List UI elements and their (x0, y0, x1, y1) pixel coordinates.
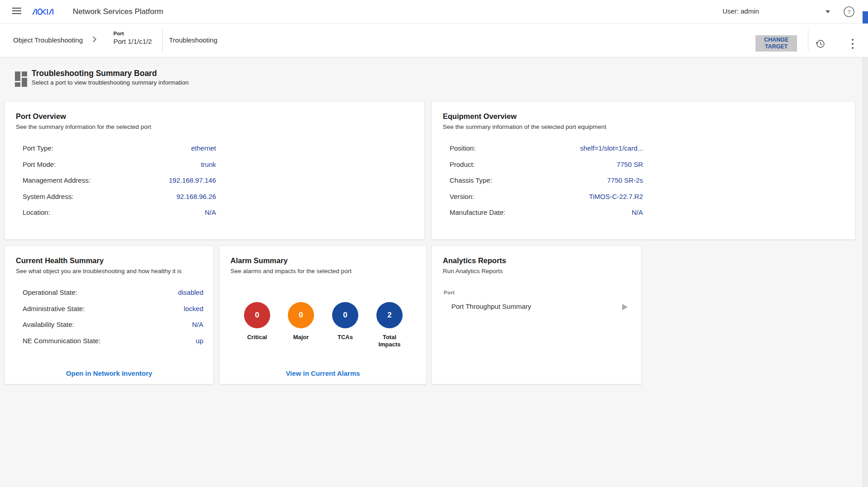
dashboard-icon (15, 71, 28, 87)
equipment-overview-rows: Position:shelf=1/slot=1/card... Product:… (450, 140, 643, 221)
table-row: Location:N/A (23, 204, 216, 221)
view-in-current-alarms-link[interactable]: View in Current Alarms (220, 369, 426, 377)
counter-label: Critical (237, 334, 277, 341)
nokia-logo (32, 8, 56, 16)
major-count-badge[interactable]: 0 (288, 302, 314, 328)
help-icon[interactable]: ? (843, 6, 855, 18)
alarm-counter-major: 0 Major (281, 302, 321, 341)
breadcrumb-bar: Object Troubleshooting Port Port 1/1/c1/… (0, 24, 868, 57)
row-label: Location: (23, 208, 50, 216)
toolbar-divider (808, 29, 808, 52)
row-value: trunk (201, 161, 216, 168)
card-title: Alarm Summary (230, 256, 288, 265)
run-report-play-icon[interactable] (622, 304, 628, 310)
app-title: Network Services Platform (73, 7, 163, 16)
total-impacts-count-badge[interactable]: 2 (376, 302, 403, 328)
card-subtitle: See what object you are troubleshooting … (16, 268, 182, 274)
alarm-summary-card: Alarm Summary See alarms and impacts for… (219, 246, 427, 384)
card-title: Port Overview (16, 112, 66, 121)
card-subtitle: See alarms and impacts for the selected … (230, 268, 352, 274)
target-type-label: Port (113, 30, 152, 37)
counter-label: Total Impacts (376, 334, 403, 348)
target-name-label: Port 1/1/c1/2 (113, 37, 152, 46)
current-health-rows: Operational State:disabled Administrativ… (23, 284, 203, 349)
alarm-counter-total-impacts: 2 Total Impacts (369, 302, 410, 348)
row-label: Manufacture Date: (450, 208, 505, 216)
scrollbar-track[interactable] (863, 57, 868, 487)
card-title: Equipment Overview (443, 112, 516, 121)
critical-count-badge[interactable]: 0 (244, 302, 270, 328)
change-target-button[interactable]: CHANGE TARGET (755, 35, 797, 52)
user-menu-caret-icon[interactable] (826, 10, 830, 13)
table-row: NE Communication State:up (23, 333, 203, 349)
table-row: Management Address:192.168.97.146 (23, 172, 216, 189)
port-overview-card: Port Overview See the summary informatio… (5, 101, 425, 240)
row-label: Chassis Type: (450, 176, 492, 184)
card-subtitle: See the summary information for the sele… (16, 123, 151, 130)
row-label: Position: (450, 144, 476, 152)
row-label: Operational State: (23, 288, 77, 296)
alarm-counter-tcas: 0 TCAs (325, 302, 366, 341)
breadcrumb-divider (162, 29, 163, 52)
row-value: locked (184, 305, 203, 312)
current-health-card: Current Health Summary See what object y… (5, 246, 214, 384)
table-row: Port Mode:trunk (23, 156, 216, 173)
table-row: Operational State:disabled (23, 284, 203, 301)
counter-label: TCAs (325, 334, 366, 341)
row-value: 92.168.96.26 (176, 193, 216, 200)
row-label: Administrative State: (23, 305, 85, 312)
alarm-counter-critical: 0 Critical (237, 302, 277, 341)
table-row: Port Type:ethernet (23, 140, 216, 156)
table-row: Chassis Type:7750 SR-2s (450, 172, 643, 189)
report-row[interactable]: Port Throughput Summary (432, 299, 641, 315)
table-row: Manufacture Date:N/A (450, 204, 643, 221)
port-overview-rows: Port Type:ethernet Port Mode:trunk Manag… (23, 140, 216, 221)
card-title: Analytics Reports (443, 256, 506, 265)
open-in-network-inventory-link[interactable]: Open in Network Inventory (5, 369, 213, 377)
card-title: Current Health Summary (16, 256, 103, 265)
row-value: 7750 SR-2s (607, 176, 643, 184)
report-name: Port Throughput Summary (451, 303, 531, 310)
card-subtitle: Run Analytics Reports (443, 268, 503, 274)
breadcrumb-target: Port Port 1/1/c1/2 (113, 30, 152, 46)
table-row: Position:shelf=1/slot=1/card... (450, 140, 643, 156)
row-value: N/A (205, 208, 216, 216)
row-value: 192.168.97.146 (169, 176, 216, 184)
row-label: Availability State: (23, 321, 74, 328)
counter-label: Major (281, 334, 321, 341)
row-label: Product: (450, 161, 475, 168)
row-label: Port Mode: (23, 161, 56, 168)
row-label: Version: (450, 193, 474, 200)
row-value: TiMOS-C-22.7.R2 (589, 193, 643, 200)
breadcrumb-root[interactable]: Object Troubleshooting (13, 36, 83, 44)
table-row: Availability State:N/A (23, 317, 203, 333)
row-label: Port Type: (23, 144, 53, 152)
table-row: Version:TiMOS-C-22.7.R2 (450, 189, 643, 205)
equipment-overview-card: Equipment Overview See the summary infor… (432, 101, 855, 240)
user-label: User: admin (723, 7, 759, 15)
scrollbar-thumb[interactable] (863, 11, 868, 24)
svg-text:?: ? (847, 9, 850, 15)
history-icon[interactable] (815, 38, 826, 49)
chevron-right-icon (92, 36, 97, 43)
tcas-count-badge[interactable]: 0 (332, 302, 358, 328)
top-bar: Network Services Platform User: admin ? (0, 0, 868, 24)
row-label: System Address: (23, 193, 74, 200)
hamburger-menu-icon[interactable] (12, 8, 21, 15)
row-value: N/A (192, 321, 203, 328)
card-subtitle: See the summary information of the selec… (443, 123, 606, 130)
row-value: up (196, 337, 203, 345)
row-label: Management Address: (23, 176, 90, 184)
table-row: System Address:92.168.96.26 (23, 189, 216, 205)
page-subtitle: Select a port to view troubleshooting su… (32, 79, 188, 86)
table-row: Administrative State:locked (23, 301, 203, 317)
kebab-menu-icon[interactable] (851, 39, 854, 49)
app-root: Network Services Platform User: admin ? … (0, 0, 868, 487)
row-value: N/A (632, 208, 643, 216)
page-title: Troubleshooting Summary Board (32, 69, 157, 78)
row-value: 7750 SR (617, 161, 643, 168)
report-group-label: Port (444, 290, 455, 295)
row-value: shelf=1/slot=1/card... (580, 144, 643, 152)
row-value: ethernet (191, 144, 216, 152)
row-label: NE Communication State: (23, 337, 101, 345)
